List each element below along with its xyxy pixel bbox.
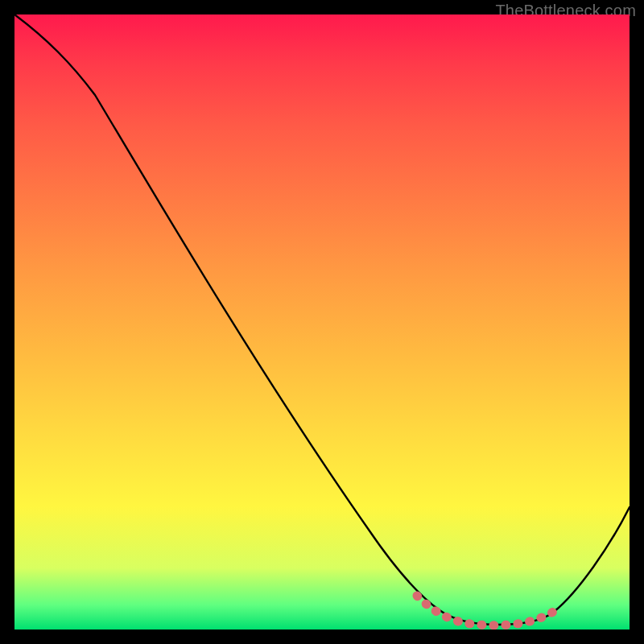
curve-line <box>14 14 630 625</box>
plot-area <box>14 14 630 630</box>
chart-svg <box>14 14 630 630</box>
flat-highlight <box>417 596 560 625</box>
chart-stage: TheBottleneck.com <box>0 0 644 644</box>
